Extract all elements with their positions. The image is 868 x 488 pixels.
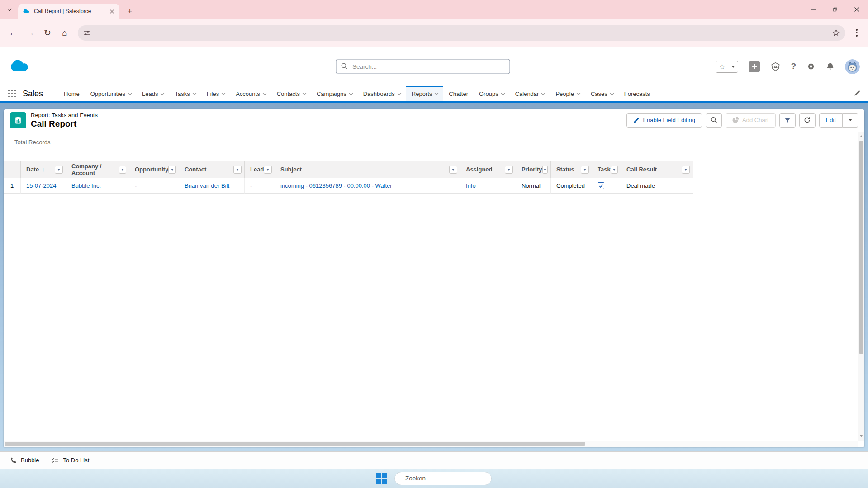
date-link[interactable]: 15-07-2024 [26, 182, 57, 189]
nav-item-calendar[interactable]: Calendar [510, 86, 550, 101]
setup-button[interactable] [806, 62, 816, 71]
app-launcher-icon[interactable] [8, 90, 16, 98]
scroll-down-icon[interactable] [860, 435, 863, 437]
nav-item-chatter[interactable]: Chatter [443, 86, 474, 101]
nav-item-leads[interactable]: Leads [137, 86, 169, 101]
nav-item-campaigns[interactable]: Campaigns [311, 86, 358, 101]
utility-item-bubble[interactable]: Bubble [4, 452, 45, 469]
column-header-status[interactable]: Status [551, 161, 592, 178]
chevron-down-icon [57, 169, 60, 171]
column-header-assigned[interactable]: Assigned [460, 161, 516, 178]
column-filter-button[interactable] [233, 166, 242, 174]
column-filter-button[interactable] [542, 166, 548, 174]
subject-cell: incoming - 0612356789 - 00:00:00 - Walte… [275, 178, 460, 194]
enable-field-editing-button[interactable]: Enable Field Editing [626, 113, 702, 128]
refresh-button[interactable] [799, 113, 816, 128]
chevron-down-icon [849, 119, 852, 121]
nav-item-people[interactable]: People [550, 86, 585, 101]
report-summary: Total Records [4, 132, 864, 161]
address-bar[interactable] [78, 25, 845, 41]
favorites-list-button[interactable] [728, 61, 738, 72]
add-chart-button[interactable]: Add Chart [726, 113, 776, 128]
scrollbar-thumb[interactable] [5, 442, 585, 446]
help-button[interactable]: ? [791, 62, 796, 71]
url-input[interactable] [94, 29, 829, 36]
filter-button[interactable] [779, 113, 796, 128]
notifications-button[interactable] [826, 62, 835, 71]
nav-item-reports[interactable]: Reports [406, 86, 444, 101]
nav-item-home[interactable]: Home [58, 86, 85, 101]
horizontal-scrollbar[interactable] [4, 441, 858, 447]
table-header-row: Date ↓ Company / Account Opportunity Con… [4, 161, 693, 178]
forward-button[interactable]: → [23, 25, 38, 41]
column-filter-button[interactable] [505, 166, 513, 174]
nav-item-contacts[interactable]: Contacts [271, 86, 311, 101]
column-header-lead[interactable]: Lead [245, 161, 275, 178]
column-header-company-account[interactable]: Company / Account [66, 161, 129, 178]
column-header-contact[interactable]: Contact [179, 161, 245, 178]
window-close-button[interactable] [851, 4, 863, 15]
edit-button[interactable]: Edit [819, 113, 843, 128]
edit-navigation-pencil-icon[interactable] [854, 90, 861, 98]
column-filter-button[interactable] [119, 166, 126, 174]
row-number-cell: 1 [4, 178, 21, 194]
favorites-button[interactable]: ☆ [716, 61, 728, 72]
column-filter-button[interactable] [581, 166, 589, 174]
browser-tab[interactable]: Call Report | Salesforce [18, 4, 119, 19]
global-actions-button[interactable] [749, 61, 760, 72]
company-link[interactable]: Bubble Inc. [71, 182, 101, 189]
nav-item-dashboards[interactable]: Dashboards [358, 86, 406, 101]
column-header-subject[interactable]: Subject [275, 161, 460, 178]
column-filter-button[interactable] [611, 166, 618, 174]
column-header-date[interactable]: Date ↓ [21, 161, 66, 178]
tab-search-button[interactable] [4, 4, 15, 15]
nav-item-opportunities[interactable]: Opportunities [85, 86, 137, 101]
column-filter-button[interactable] [264, 166, 272, 174]
home-button[interactable]: ⌂ [57, 25, 72, 41]
edit-dropdown-button[interactable] [843, 113, 858, 128]
taskbar-search[interactable] [394, 472, 492, 485]
nav-item-accounts[interactable]: Accounts [230, 86, 271, 101]
sort-descending-icon: ↓ [42, 166, 45, 173]
column-header-priority[interactable]: Priority [516, 161, 551, 178]
column-header-opportunity[interactable]: Opportunity [129, 161, 179, 178]
column-filter-button[interactable] [682, 166, 690, 174]
nav-item-files[interactable]: Files [201, 86, 230, 101]
nav-item-groups[interactable]: Groups [474, 86, 510, 101]
contact-link[interactable]: Brian van der Bilt [185, 182, 229, 189]
taskbar-search-input[interactable] [405, 475, 485, 482]
tab-close-button[interactable] [108, 7, 116, 15]
bookmark-star-icon[interactable] [832, 29, 840, 37]
nav-item-cases[interactable]: Cases [585, 86, 619, 101]
reload-button[interactable]: ↻ [40, 25, 55, 41]
report-subtitle: Report: Tasks and Events [31, 112, 98, 118]
find-in-report-button[interactable] [706, 113, 722, 128]
window-minimize-button[interactable] [807, 4, 819, 15]
nav-item-forecasts[interactable]: Forecasts [619, 86, 655, 101]
user-avatar[interactable] [845, 59, 860, 74]
refresh-icon [804, 117, 811, 123]
task-checkbox[interactable] [598, 182, 604, 189]
site-settings-icon[interactable] [83, 29, 90, 37]
browser-menu-button[interactable] [851, 27, 863, 39]
column-header-call-result[interactable]: Call Result [621, 161, 693, 178]
scroll-up-icon[interactable] [860, 135, 863, 137]
column-header-task[interactable]: Task [592, 161, 621, 178]
global-search-input[interactable] [336, 59, 510, 74]
nav-item-tasks[interactable]: Tasks [169, 86, 201, 101]
scrollbar-thumb[interactable] [859, 141, 863, 354]
subject-link[interactable]: incoming - 0612356789 - 00:00:00 - Walte… [280, 182, 392, 189]
new-tab-button[interactable]: + [124, 5, 136, 17]
column-filter-button[interactable] [168, 166, 176, 174]
window-restore-button[interactable] [829, 4, 841, 15]
start-button[interactable] [376, 473, 387, 484]
chevron-down-icon [544, 169, 546, 171]
guidance-center-button[interactable] [771, 62, 780, 71]
column-filter-button[interactable] [55, 166, 63, 174]
back-button[interactable]: ← [5, 25, 21, 41]
vertical-scrollbar[interactable] [858, 132, 864, 441]
utility-item-to-do-list[interactable]: To Do List [45, 452, 95, 469]
column-filter-button[interactable] [449, 166, 457, 174]
assigned-link[interactable]: Info [466, 182, 476, 189]
report-icon [10, 112, 26, 128]
